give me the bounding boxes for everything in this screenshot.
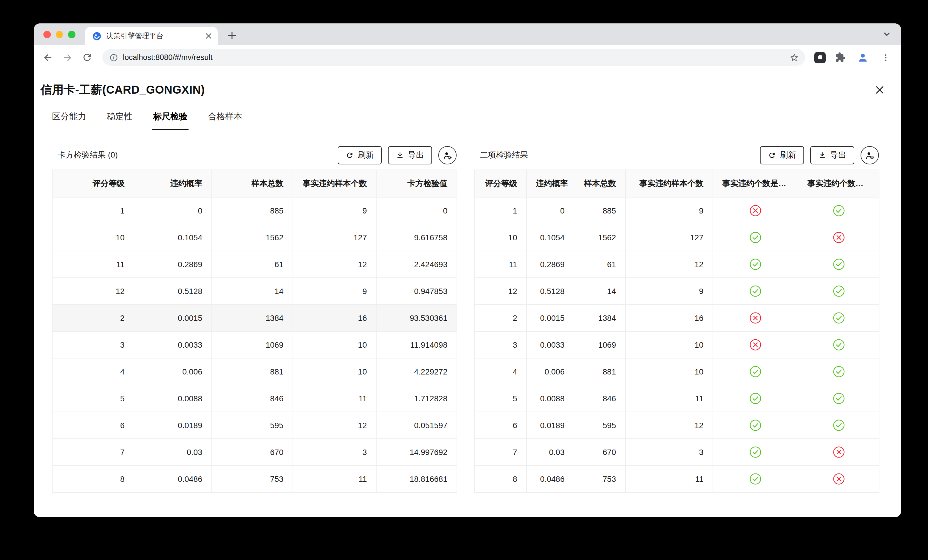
table-cell: 5 <box>475 385 527 412</box>
export-button[interactable]: 导出 <box>810 146 854 164</box>
page-title: 信用卡-工薪(CARD_GONGXIN) <box>41 82 205 97</box>
tab-qualified-sample[interactable]: 合格样本 <box>207 109 243 130</box>
tab-scale-test[interactable]: 标尺检验 <box>152 109 189 130</box>
export-label: 导出 <box>408 150 424 160</box>
bookmark-star-icon[interactable] <box>789 52 800 62</box>
reload-button[interactable] <box>78 49 95 66</box>
close-window-button[interactable] <box>43 31 50 38</box>
new-tab-button[interactable] <box>224 28 240 43</box>
table-row[interactable]: 50.008884611 <box>475 385 879 412</box>
desktop: 决策引擎管理平台 <box>0 0 928 560</box>
tab-close-icon[interactable] <box>204 31 213 41</box>
table-cell: 10 <box>293 332 376 358</box>
tab-stability[interactable]: 稳定性 <box>106 109 134 130</box>
table-cell: 18.816681 <box>376 466 457 492</box>
refresh-button[interactable]: 刷新 <box>760 146 804 164</box>
browser-window: 决策引擎管理平台 <box>34 23 901 517</box>
extensions-menu-button[interactable] <box>832 49 849 66</box>
table-cell: 0.947853 <box>376 278 457 304</box>
table-cell: 127 <box>626 224 713 251</box>
pass-icon-cell <box>798 385 879 412</box>
table-row[interactable]: 70.036703 <box>475 439 879 466</box>
back-button[interactable] <box>40 49 56 66</box>
table-row[interactable]: 50.0088846111.712828 <box>52 385 457 412</box>
tab-discrimination[interactable]: 区分能力 <box>51 109 87 130</box>
site-info-icon[interactable] <box>109 53 118 62</box>
check-circle-icon <box>832 312 845 324</box>
table-row[interactable]: 60.0189595120.051597 <box>52 412 457 439</box>
extension-icon[interactable] <box>814 52 826 63</box>
table-cell: 12 <box>293 251 376 278</box>
check-circle-icon <box>749 231 762 244</box>
fail-icon-cell <box>798 439 879 466</box>
column-header: 样本总数 <box>574 170 626 197</box>
table-row[interactable]: 60.018959512 <box>475 412 879 439</box>
table-row[interactable]: 40.00688110 <box>475 358 879 385</box>
table-row[interactable]: 110.28696112 <box>475 251 879 278</box>
table-row[interactable]: 20.0015138416 <box>475 304 879 332</box>
pass-icon-cell <box>798 332 879 358</box>
table-row[interactable]: 1088590 <box>52 197 457 224</box>
table-cell: 61 <box>212 251 293 278</box>
close-icon <box>874 84 885 95</box>
table-row[interactable]: 30.0033106910 <box>475 332 879 358</box>
toolbar-actions <box>812 49 894 66</box>
address-bar[interactable]: localhost:8080/#/mv/result <box>102 49 805 65</box>
url-text[interactable]: localhost:8080/#/mv/result <box>123 53 785 62</box>
table-cell: 670 <box>574 439 626 466</box>
download-icon <box>818 151 826 159</box>
profile-button[interactable] <box>854 49 872 66</box>
table-row[interactable]: 20.001513841693.530361 <box>52 304 457 332</box>
table-row[interactable]: 100.10541562127 <box>475 224 879 251</box>
pass-icon-cell <box>713 439 798 466</box>
table-cell: 595 <box>212 412 293 439</box>
table-cell: 4 <box>475 358 527 385</box>
table-row[interactable]: 70.03670314.997692 <box>52 439 457 466</box>
table-cell: 12 <box>52 278 134 304</box>
table-cell: 3 <box>475 332 527 358</box>
table-header-row: 评分等级违约概率样本总数事实违约样本个数卡方检验值 <box>52 170 457 197</box>
table-row[interactable]: 100.105415621279.616758 <box>52 224 457 251</box>
table-cell: 0.006 <box>134 358 212 385</box>
table-row[interactable]: 30.003310691011.914098 <box>52 332 457 358</box>
check-circle-icon <box>749 392 762 405</box>
fail-icon-cell <box>798 224 879 251</box>
table-cell: 1.712828 <box>376 385 457 412</box>
table-row[interactable]: 80.048675311 <box>475 466 879 492</box>
check-circle-icon <box>832 285 845 297</box>
check-circle-icon <box>749 473 762 485</box>
table-row[interactable]: 80.04867531118.816681 <box>52 466 457 492</box>
zoom-window-button[interactable] <box>68 31 75 38</box>
minimize-window-button[interactable] <box>56 31 63 38</box>
panels: 卡方检验结果 (0) 刷新 导出 <box>34 146 901 493</box>
chi-square-table: 评分等级违约概率样本总数事实违约样本个数卡方检验值1088590100.1054… <box>52 169 457 493</box>
table-row[interactable]: 40.006881104.229272 <box>52 358 457 385</box>
table-row[interactable]: 120.51281490.947853 <box>52 278 457 304</box>
table-cell: 9 <box>293 278 376 304</box>
table-row[interactable]: 108859 <box>475 197 879 224</box>
close-circle-icon <box>832 473 845 485</box>
pass-icon-cell <box>713 466 798 492</box>
column-settings-button[interactable] <box>861 146 879 164</box>
check-circle-icon <box>749 446 762 458</box>
user-settings-icon <box>865 151 875 160</box>
table-header-row: 评分等级违约概率样本总数事实违约样本个数事实违约个数是否小...事实违约个数是否… <box>475 170 879 197</box>
pass-icon-cell <box>798 278 879 304</box>
refresh-icon <box>346 151 354 159</box>
table-cell: 0.03 <box>134 439 212 466</box>
refresh-button[interactable]: 刷新 <box>338 146 382 164</box>
table-row[interactable]: 110.286961122.424693 <box>52 251 457 278</box>
export-button[interactable]: 导出 <box>388 146 432 164</box>
browser-tab[interactable]: 决策引擎管理平台 <box>85 27 218 45</box>
forward-button[interactable] <box>59 49 76 66</box>
column-header: 违约概率 <box>134 170 212 197</box>
binomial-table: 评分等级违约概率样本总数事实违约样本个数事实违约个数是否小...事实违约个数是否… <box>474 169 879 493</box>
browser-menu-button[interactable] <box>877 49 894 66</box>
table-cell: 670 <box>212 439 293 466</box>
column-settings-button[interactable] <box>438 146 456 164</box>
table-cell: 2.424693 <box>376 251 457 278</box>
table-cell: 595 <box>574 412 626 439</box>
close-panel-button[interactable] <box>873 83 886 97</box>
table-row[interactable]: 120.5128149 <box>475 278 879 304</box>
tab-search-button[interactable] <box>881 28 893 41</box>
